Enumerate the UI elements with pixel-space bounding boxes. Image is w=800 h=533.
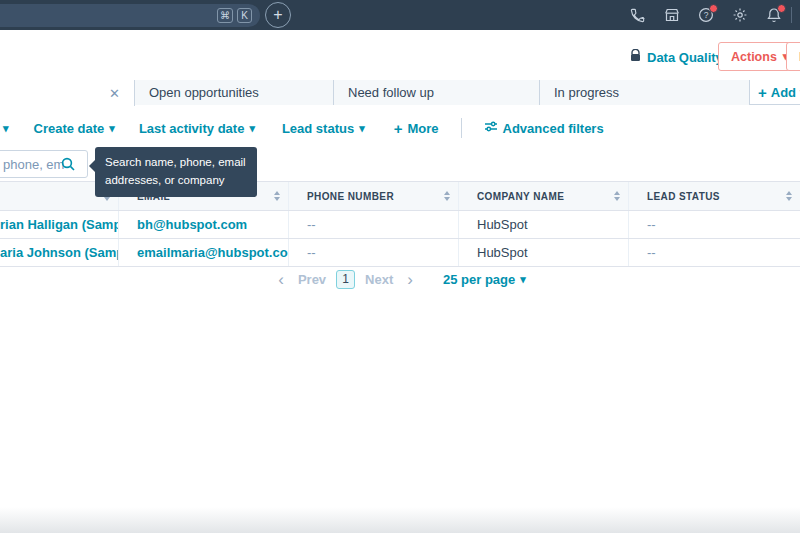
phone-value: --	[307, 217, 316, 232]
column-header-lead-status[interactable]: LEAD STATUS	[629, 182, 800, 210]
settings-gear-icon[interactable]	[731, 7, 748, 24]
hubspot-crm-contacts-screen: ⌘ K + ?	[0, 0, 800, 533]
lock-icon	[630, 49, 641, 65]
filter-label: Lead status	[282, 121, 354, 136]
search-input[interactable]: phone, em	[0, 150, 88, 178]
view-tabs: Open opportunities Need follow up In pro…	[0, 80, 800, 105]
filter-bar: Create date Last activity date Lead stat…	[0, 117, 800, 139]
filter-last-activity-date[interactable]: Last activity date	[139, 121, 255, 136]
sort-icon[interactable]	[614, 191, 620, 201]
filter-label: Create date	[34, 121, 105, 136]
lead-status-value: --	[647, 245, 656, 260]
table-row: aria Johnson (Samp… emailmaria@hubspot.c…	[0, 239, 800, 267]
help-notification-badge	[709, 4, 718, 13]
phone-value: --	[307, 245, 316, 260]
sort-icon[interactable]	[274, 191, 280, 201]
contact-email-link[interactable]: bh@hubspot.com	[137, 217, 247, 232]
tooltip-line-1: Search name, phone, email	[105, 154, 247, 172]
cmd-key-badge: ⌘	[217, 8, 233, 23]
lead-status-value: --	[647, 217, 656, 232]
notifications-bell-icon[interactable]	[765, 7, 782, 24]
bell-notification-badge	[777, 4, 786, 13]
navbar-divider	[791, 7, 792, 23]
plus-icon	[394, 120, 403, 137]
column-header-phone[interactable]: PHONE NUMBER	[289, 182, 459, 210]
advanced-filters-label: Advanced filters	[503, 121, 604, 136]
chevron-left-icon[interactable]: ‹	[274, 271, 288, 288]
company-value: HubSpot	[477, 217, 528, 232]
table-row: rian Halligan (Sampl… bh@hubspot.com -- …	[0, 211, 800, 239]
more-filters-button[interactable]: More	[394, 120, 439, 137]
contact-name-link[interactable]: aria Johnson (Samp…	[0, 245, 119, 260]
chevron-down-icon	[249, 123, 255, 134]
page-header: Data Quality Actions I	[0, 40, 800, 76]
svg-text:?: ?	[703, 10, 708, 20]
clipped-filter-chevron-icon[interactable]	[3, 123, 9, 134]
search-icon	[61, 157, 75, 171]
calling-icon[interactable]	[629, 7, 646, 24]
chevron-right-icon[interactable]: ›	[403, 271, 417, 288]
k-key-badge: K	[237, 8, 252, 23]
plus-icon	[758, 84, 767, 101]
marketplace-icon[interactable]	[663, 7, 680, 24]
tab-in-progress[interactable]: In progress	[540, 80, 750, 105]
advanced-filters-button[interactable]: Advanced filters	[484, 120, 604, 136]
next-button[interactable]: Next	[365, 272, 393, 287]
search-tooltip: Search name, phone, email addresses, or …	[95, 147, 257, 197]
tab-label: In progress	[554, 85, 619, 100]
filter-lead-status[interactable]: Lead status	[282, 121, 365, 136]
page-number[interactable]: 1	[336, 270, 355, 289]
filter-create-date[interactable]: Create date	[34, 121, 115, 136]
data-quality-label: Data Quality	[647, 50, 723, 65]
tab-active-clipped[interactable]	[0, 80, 135, 106]
help-icon[interactable]: ?	[697, 7, 714, 24]
per-page-label: 25 per page	[443, 272, 515, 287]
global-search-bar[interactable]: ⌘ K	[0, 4, 260, 27]
close-icon[interactable]	[109, 86, 120, 101]
tab-label: Need follow up	[348, 85, 434, 100]
column-label: COMPANY NAME	[477, 191, 564, 202]
column-label: LEAD STATUS	[647, 191, 720, 202]
sort-icon[interactable]	[786, 191, 792, 201]
bottom-fade	[0, 507, 800, 533]
company-value: HubSpot	[477, 245, 528, 260]
top-navbar: ⌘ K + ?	[0, 0, 800, 30]
actions-button-label: Actions	[731, 50, 777, 64]
tab-open-opportunities[interactable]: Open opportunities	[135, 80, 334, 105]
chevron-down-icon	[109, 123, 115, 134]
contact-name-link[interactable]: rian Halligan (Sampl…	[0, 217, 119, 232]
prev-button[interactable]: Prev	[298, 272, 326, 287]
sliders-icon	[484, 120, 498, 136]
add-view-button[interactable]: Add v	[758, 84, 800, 101]
filter-divider	[461, 118, 462, 138]
column-header-company[interactable]: COMPANY NAME	[459, 182, 629, 210]
per-page-selector[interactable]: 25 per page	[443, 272, 526, 287]
tab-need-follow-up[interactable]: Need follow up	[334, 80, 540, 105]
chevron-down-icon	[520, 274, 526, 285]
sort-icon[interactable]	[444, 191, 450, 201]
quick-create-button[interactable]: +	[265, 2, 291, 28]
contact-email-link[interactable]: emailmaria@hubspot.com	[137, 245, 289, 260]
column-label: PHONE NUMBER	[307, 191, 394, 202]
chevron-down-icon	[359, 123, 365, 134]
clipped-right-button[interactable]: I	[786, 42, 800, 71]
filter-label: Last activity date	[139, 121, 245, 136]
tooltip-line-2: addresses, or company	[105, 172, 247, 190]
pagination: ‹ Prev 1 Next › 25 per page	[0, 267, 800, 291]
tab-label: Open opportunities	[149, 85, 259, 100]
more-label: More	[407, 121, 438, 136]
add-view-label: Add v	[771, 85, 800, 100]
search-placeholder: phone, em	[3, 157, 64, 172]
data-quality-link[interactable]: Data Quality	[630, 49, 723, 65]
navbar-icon-group: ?	[629, 0, 782, 30]
